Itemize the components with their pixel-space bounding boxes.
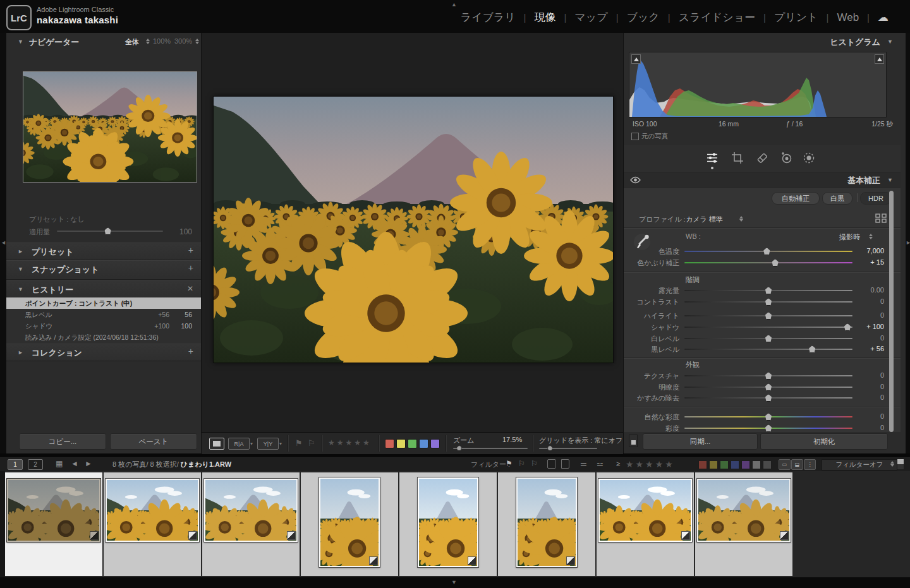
adjustment-badge-icon[interactable] <box>90 531 99 540</box>
reference-view-icon[interactable]: R|A <box>228 438 250 450</box>
filter-adjusted-icon[interactable]: ⚌ <box>580 459 587 468</box>
filmstrip-status[interactable]: 8 枚の写真/ 8 枚選択/ ひまわり1.ARW <box>112 460 231 469</box>
module-slideshow[interactable]: スライドショー <box>679 10 755 25</box>
presets-section-header[interactable]: ► プリセット + <box>6 243 201 260</box>
copy-button[interactable]: コピー... <box>19 433 106 450</box>
navigator-preview[interactable] <box>23 71 197 183</box>
filter-preset-dropdown[interactable]: フィルターオフ <box>822 459 897 471</box>
adjustment-badge-icon[interactable] <box>780 531 789 540</box>
filter-label-yellow[interactable] <box>709 460 718 469</box>
highlights-slider[interactable] <box>684 315 852 316</box>
filter-label-none[interactable] <box>763 460 772 469</box>
thumbnail-cell[interactable] <box>695 472 792 576</box>
flag-pick-icon[interactable]: ⚑ <box>295 438 303 448</box>
color-label-red[interactable] <box>385 439 394 448</box>
module-web[interactable]: Web <box>837 11 859 24</box>
filter-rating-stars[interactable]: ★★★★★ <box>626 459 675 469</box>
add-snapshot-icon[interactable]: + <box>188 263 193 273</box>
filter-view-label-button[interactable]: ⬓ <box>791 459 803 470</box>
clear-history-icon[interactable]: ✕ <box>187 284 193 293</box>
history-item[interactable]: シャドウ +100 100 <box>6 320 201 332</box>
clarity-slider[interactable] <box>684 387 852 388</box>
cloud-sync-icon[interactable]: ☁ <box>878 11 889 24</box>
toolbar-options-caret-icon[interactable]: ▽ <box>610 438 614 445</box>
auto-button[interactable]: 自動補正 <box>772 192 820 205</box>
right-panel-scrollbar[interactable] <box>889 191 894 432</box>
adjustment-badge-icon[interactable] <box>681 531 690 540</box>
profile-browser-icon[interactable] <box>875 213 887 223</box>
profile-value[interactable]: カメラ 標準 <box>686 215 723 224</box>
saturation-slider[interactable] <box>684 428 852 429</box>
paste-button[interactable]: ペースト <box>110 433 197 450</box>
vibrance-slider[interactable] <box>684 416 852 417</box>
reference-view-caret-icon[interactable]: ▾ <box>250 441 253 447</box>
color-label-purple[interactable] <box>430 439 440 448</box>
texture-slider[interactable] <box>684 375 852 376</box>
filter-label-green[interactable] <box>720 460 729 469</box>
blacks-slider[interactable] <box>684 349 852 350</box>
thumbnail-cell[interactable] <box>202 472 300 576</box>
module-map[interactable]: マップ <box>574 10 607 25</box>
filter-edited-icon[interactable] <box>547 459 555 469</box>
main-photo[interactable] <box>213 96 614 363</box>
navigator-zoom-300[interactable]: 300% <box>174 37 192 45</box>
filter-label-gray[interactable] <box>752 460 761 469</box>
dehaze-slider[interactable] <box>684 397 852 399</box>
adjustment-badge-icon[interactable] <box>468 556 476 565</box>
zoom-fit-stepper-icon[interactable] <box>146 39 150 44</box>
filter-unadjusted-icon[interactable]: ⚍ <box>597 459 604 468</box>
top-panel-toggle-icon[interactable]: ▲ <box>451 2 457 8</box>
thumbnail-cell[interactable] <box>104 472 201 576</box>
bottom-panel-toggle-rail[interactable]: ▼ <box>0 577 910 588</box>
zoom-stepper-icon[interactable] <box>195 39 199 44</box>
next-photo-icon[interactable]: ► <box>85 459 92 468</box>
right-panel-toggle-rail[interactable]: ► <box>905 33 910 453</box>
history-section-header[interactable]: ▼ ヒストリー ✕ <box>6 280 201 298</box>
module-library[interactable]: ライブラリ <box>461 10 516 25</box>
histogram-header[interactable]: ヒストグラム ▼ <box>624 34 901 49</box>
history-item[interactable]: 黒レベル +56 56 <box>6 309 201 320</box>
adjustment-badge-icon[interactable] <box>188 531 197 540</box>
grid-size-slider[interactable] <box>539 448 597 449</box>
bw-button[interactable]: 白黒 <box>822 192 852 205</box>
thumbnail-cell[interactable] <box>498 472 595 576</box>
contrast-slider[interactable] <box>684 301 852 303</box>
profile-stepper-icon[interactable] <box>739 216 743 222</box>
basic-panel-header[interactable]: 基本補正 ▼ <box>624 173 901 188</box>
color-label-blue[interactable] <box>419 439 428 448</box>
module-book[interactable]: ブック <box>627 10 660 25</box>
zoom-slider[interactable] <box>453 448 528 449</box>
crop-tool-icon[interactable] <box>730 150 745 165</box>
module-print[interactable]: プリント <box>774 10 818 25</box>
adjustment-badge-icon[interactable] <box>287 531 296 540</box>
rating-stars[interactable]: ★★★★★ <box>328 438 372 447</box>
sync-button[interactable]: 同期... <box>643 433 758 450</box>
thumbnail-cell[interactable] <box>597 472 694 576</box>
thumbnail-cell[interactable] <box>5 472 102 576</box>
snapshots-section-header[interactable]: ▼ スナップショット + <box>6 260 201 278</box>
filter-label-blue[interactable] <box>731 460 739 469</box>
panel-eye-icon[interactable] <box>630 176 641 184</box>
color-label-green[interactable] <box>408 439 417 448</box>
wb-stepper-icon[interactable] <box>869 234 873 239</box>
before-after-view-icon[interactable]: Y|Y <box>257 438 279 450</box>
filter-switch[interactable] <box>897 459 904 469</box>
flag-reject-icon[interactable]: ⚐ <box>308 438 315 448</box>
tint-slider[interactable] <box>684 262 852 263</box>
adjustment-badge-icon[interactable] <box>369 556 378 565</box>
masking-tool-icon[interactable] <box>801 150 816 165</box>
red-eye-tool-icon[interactable] <box>779 150 794 165</box>
thumbnail-cell[interactable] <box>301 472 398 576</box>
thumbnail-cell[interactable] <box>399 472 497 576</box>
amount-slider[interactable] <box>57 231 163 232</box>
filter-flag-reject-icon[interactable]: ⚐ <box>531 459 538 468</box>
add-collection-icon[interactable]: + <box>188 346 193 356</box>
histogram-panel[interactable] <box>629 52 887 117</box>
whites-slider[interactable] <box>684 338 852 339</box>
reset-button[interactable]: 初期化 <box>760 433 888 450</box>
rating-ge[interactable]: ≥ <box>616 460 620 467</box>
hdr-button[interactable]: HDR <box>860 192 892 205</box>
wb-value[interactable]: 撮影時 <box>839 232 860 242</box>
filter-view-meta-button[interactable]: ⋮ <box>804 459 816 470</box>
filter-flag-pick-icon[interactable]: ⚑ <box>506 459 513 468</box>
